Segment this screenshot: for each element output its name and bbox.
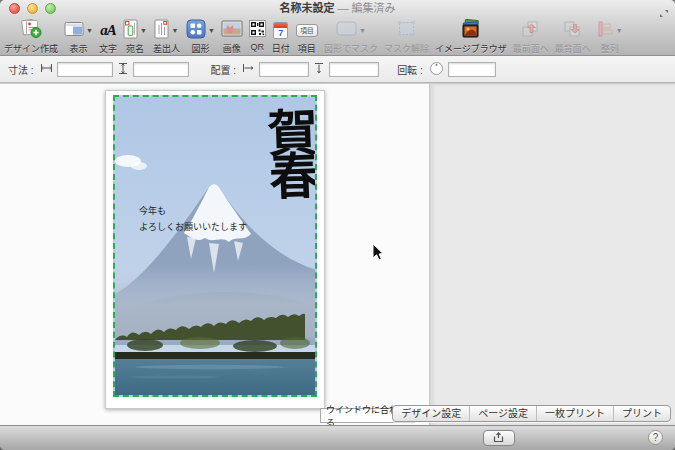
toolbar-button-sender[interactable]: ▼ 差出人: [153, 19, 180, 55]
help-button[interactable]: ?: [648, 430, 663, 445]
greeting-line1: 今年も: [139, 206, 166, 216]
bring-front-icon: [520, 20, 541, 42]
greeting-text[interactable]: 今年も よろしくお願いいたします: [139, 203, 247, 235]
y-position-input[interactable]: [329, 62, 379, 77]
toolbar-label: 最前面へ: [513, 42, 549, 55]
x-position-icon: [242, 62, 255, 76]
mask-clear-icon: [398, 21, 415, 40]
rotation-dial-icon[interactable]: [429, 61, 444, 78]
edited-status: — 編集済み: [338, 2, 396, 14]
qr-icon: [249, 20, 266, 41]
toolbar-label: 文字: [99, 42, 117, 55]
toolbar-button-mask-with-shape: ▼ 図形でマスク: [324, 19, 378, 55]
window-title: 名称未設定 — 編集済み: [0, 0, 675, 17]
toolbar-label: 差出人: [153, 42, 180, 55]
toolbar-button-view[interactable]: ▼ 表示: [64, 19, 93, 55]
toolbar-button-text[interactable]: aA 文字: [99, 19, 117, 55]
width-input[interactable]: [57, 62, 113, 77]
toolbar-button-shapes[interactable]: ▼ 図形: [186, 19, 215, 55]
toolbar-label: 図形でマスク: [324, 42, 378, 55]
align-label: 配置 :: [211, 62, 237, 77]
toolbar-button-recipient[interactable]: ▼ 宛名: [123, 19, 147, 55]
toolbar-label: 表示: [69, 42, 87, 55]
toolbar-label: 宛名: [126, 42, 144, 55]
image-icon: [221, 20, 243, 41]
app-window: 名称未設定 — 編集済み デザイン作成 ▼ 表示 aA 文字 ▼ 宛名 ▼ 差出…: [0, 0, 675, 450]
toolbar-label: QR: [251, 42, 265, 52]
toolbar-label: 図形: [191, 42, 209, 55]
toolbar-button-send-to-back: 最背面へ: [555, 19, 591, 55]
date-icon: 7: [273, 22, 288, 39]
toolbar-button-design-create[interactable]: デザイン作成: [4, 19, 58, 55]
share-button[interactable]: [483, 430, 515, 446]
view-icon: [64, 21, 84, 41]
rotate-label: 回転 :: [397, 62, 423, 77]
toolbar-button-image-browser[interactable]: イメージブラウザ: [435, 19, 507, 55]
shapes-icon: [186, 19, 206, 43]
mask-shape-icon: [336, 21, 357, 40]
y-position-icon: [313, 62, 325, 77]
toolbar-button-mask-clear: マスク解除: [384, 19, 429, 55]
greeting-line2: よろしくお願いいたします: [139, 222, 247, 232]
zoom-window-button[interactable]: [45, 3, 56, 14]
x-position-input[interactable]: [259, 62, 309, 77]
window-controls: [9, 3, 56, 14]
chevron-down-icon: ▼: [208, 27, 215, 34]
toolbar-button-image[interactable]: 画像: [221, 19, 243, 55]
toolbar-button-qr[interactable]: QR: [249, 19, 266, 52]
design-create-icon: [20, 18, 43, 43]
photo-object-selected[interactable]: 賀春 今年も よろしくお願いいたします: [113, 95, 317, 397]
toolbar-label: 最背面へ: [555, 42, 591, 55]
toolbar-label: 整列: [601, 42, 619, 55]
sender-icon: [154, 19, 169, 43]
print-one-button[interactable]: 一枚プリント: [536, 406, 613, 421]
size-label: 寸法 :: [8, 62, 34, 77]
panel-button-group: デザイン設定 ページ設定 一枚プリント プリント: [392, 405, 671, 422]
main-area: 賀春 今年も よろしくお願いいたします ウインドウに合わせる ▲▼ デザイン設定…: [0, 84, 675, 425]
chevron-down-icon: ▼: [86, 27, 93, 34]
toolbar-button-align: ▼ 整列: [597, 19, 623, 55]
chevron-down-icon: ▼: [171, 27, 178, 34]
format-bar: 寸法 : 配置 : 回転 :: [0, 56, 675, 83]
chevron-down-icon: ▼: [616, 27, 623, 34]
chevron-down-icon: ▼: [359, 27, 366, 34]
toolbar-label: 項目: [298, 42, 316, 55]
toolbar-button-field[interactable]: 項目 項目: [296, 19, 318, 55]
inspector-panel: デザイン設定 ページ設定 一枚プリント プリント: [430, 84, 675, 425]
field-icon: 項目: [296, 24, 318, 37]
toolbar-button-date[interactable]: 7 日付: [272, 19, 290, 55]
toolbar-label: デザイン作成: [4, 42, 58, 55]
close-window-button[interactable]: [9, 3, 20, 14]
height-icon: [117, 62, 129, 77]
canvas-pane[interactable]: 賀春 今年も よろしくお願いいたします ウインドウに合わせる ▲▼: [0, 84, 430, 425]
height-input[interactable]: [133, 62, 189, 77]
minimize-window-button[interactable]: [27, 3, 38, 14]
toolbar-label: イメージブラウザ: [435, 42, 507, 55]
date-icon-number: 7: [274, 28, 287, 39]
bottom-bar: ?: [0, 425, 675, 450]
chevron-down-icon: ▼: [140, 27, 147, 34]
image-browser-icon: [460, 19, 482, 43]
share-icon: [493, 429, 506, 447]
print-button[interactable]: プリント: [613, 406, 670, 421]
rotation-input[interactable]: [448, 62, 496, 77]
text-icon: aA: [100, 22, 116, 39]
main-toolbar: デザイン作成 ▼ 表示 aA 文字 ▼ 宛名 ▼ 差出人 ▼ 図形 画像: [0, 17, 675, 56]
toolbar-label: 日付: [272, 42, 290, 55]
page-settings-button[interactable]: ページ設定: [469, 406, 536, 421]
document-title: 名称未設定: [279, 2, 334, 14]
recipient-icon: [123, 19, 138, 43]
align-icon: [597, 21, 614, 41]
toolbar-label: 画像: [223, 42, 241, 55]
design-settings-button[interactable]: デザイン設定: [393, 406, 469, 421]
send-back-icon: [562, 20, 583, 42]
mouse-cursor-icon: [372, 243, 385, 266]
width-icon: [40, 62, 53, 76]
toolbar-label: マスク解除: [384, 42, 429, 55]
title-bar[interactable]: 名称未設定 — 編集済み: [0, 0, 675, 17]
postcard[interactable]: 賀春 今年も よろしくお願いいたします: [105, 90, 325, 409]
toolbar-button-bring-to-front: 最前面へ: [513, 19, 549, 55]
calligraphy-text[interactable]: 賀春: [263, 106, 313, 194]
